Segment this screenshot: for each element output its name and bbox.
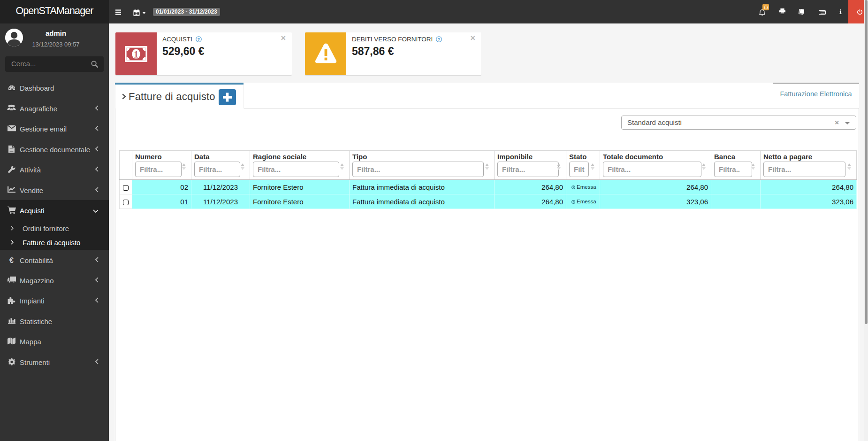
svg-text:1: 1: [134, 50, 138, 59]
svg-text:?: ?: [197, 37, 199, 42]
svg-text:?: ?: [438, 37, 440, 42]
